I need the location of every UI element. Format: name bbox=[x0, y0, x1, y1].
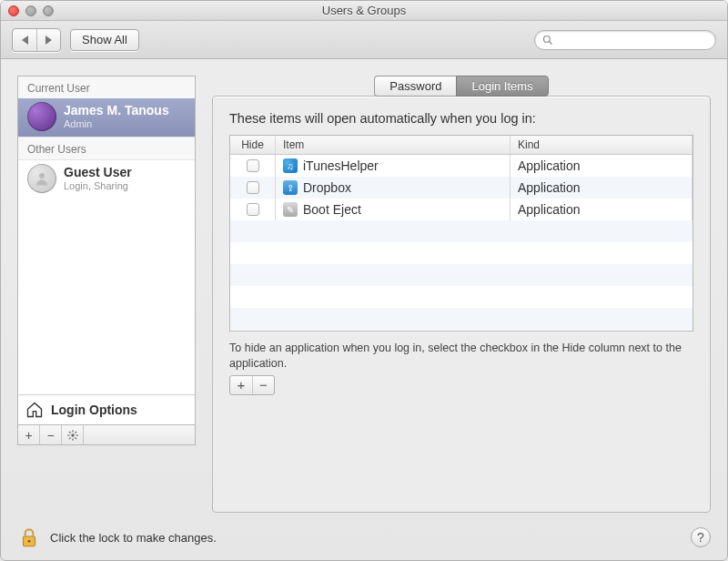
svg-line-8 bbox=[68, 431, 70, 433]
app-icon: ✎ bbox=[283, 202, 298, 217]
svg-point-3 bbox=[71, 434, 75, 437]
search-input[interactable] bbox=[557, 33, 708, 47]
login-items-table: Hide Item Kind ♫iTunesHelper Application… bbox=[229, 135, 693, 332]
panel-intro: These items will open automatically when… bbox=[229, 111, 693, 126]
person-icon bbox=[34, 170, 50, 187]
user-name: James M. Tanous bbox=[64, 103, 169, 118]
hide-checkbox[interactable] bbox=[247, 159, 259, 172]
item-name: Dropbox bbox=[303, 180, 351, 195]
users-sidebar: Current User James M. Tanous Admin Other… bbox=[17, 76, 196, 425]
action-menu-button[interactable] bbox=[62, 425, 84, 444]
chevron-left-icon bbox=[22, 36, 28, 45]
lock-icon[interactable] bbox=[17, 525, 41, 549]
item-name: iTunesHelper bbox=[303, 158, 379, 173]
sidebar-item-current-user[interactable]: James M. Tanous Admin bbox=[18, 98, 195, 137]
user-name: Guest User bbox=[64, 165, 132, 180]
svg-point-0 bbox=[544, 36, 551, 42]
help-button[interactable]: ? bbox=[691, 527, 711, 547]
remove-item-button[interactable]: − bbox=[252, 376, 274, 394]
sidebar-toolbar: + − bbox=[17, 425, 196, 445]
main-panel: Password Login Items These items will op… bbox=[212, 76, 711, 513]
preferences-window: Users & Groups Show All Current User Jam… bbox=[0, 0, 728, 561]
col-kind[interactable]: Kind bbox=[511, 136, 693, 154]
tab-password[interactable]: Password bbox=[374, 76, 456, 97]
sidebar-item-guest-user[interactable]: Guest User Login, Sharing bbox=[18, 160, 195, 199]
avatar bbox=[27, 102, 56, 131]
table-row[interactable]: ♫iTunesHelper Application bbox=[230, 155, 693, 177]
home-icon bbox=[25, 401, 44, 419]
toolbar: Show All bbox=[1, 21, 727, 59]
other-users-header: Other Users bbox=[18, 137, 195, 160]
item-kind: Application bbox=[511, 155, 693, 177]
add-user-button[interactable]: + bbox=[18, 425, 40, 444]
item-name: Boot Eject bbox=[303, 202, 361, 217]
table-row[interactable]: ✎Boot Eject Application bbox=[230, 199, 693, 220]
col-item[interactable]: Item bbox=[276, 136, 511, 154]
back-button[interactable] bbox=[13, 29, 36, 51]
login-items-panel: These items will open automatically when… bbox=[212, 96, 711, 513]
window-title: Users & Groups bbox=[1, 4, 727, 17]
titlebar: Users & Groups bbox=[1, 1, 727, 21]
tabs: Password Login Items bbox=[212, 76, 711, 97]
user-role: Admin bbox=[64, 118, 169, 130]
tab-login-items[interactable]: Login Items bbox=[456, 76, 548, 97]
svg-line-9 bbox=[75, 437, 76, 439]
table-body: ♫iTunesHelper Application ⇪Dropbox Appli… bbox=[230, 155, 693, 332]
gear-icon bbox=[66, 429, 79, 442]
hide-checkbox[interactable] bbox=[247, 203, 259, 216]
sidebar-wrap: Current User James M. Tanous Admin Other… bbox=[17, 76, 196, 513]
minimize-icon[interactable] bbox=[25, 5, 36, 16]
lock-text: Click the lock to make changes. bbox=[50, 531, 217, 545]
hide-checkbox[interactable] bbox=[247, 181, 259, 194]
content-area: Current User James M. Tanous Admin Other… bbox=[1, 59, 727, 520]
login-options-label: Login Options bbox=[51, 403, 137, 417]
login-options-button[interactable]: Login Options bbox=[18, 394, 195, 424]
app-icon: ♫ bbox=[283, 158, 298, 173]
show-all-button[interactable]: Show All bbox=[70, 29, 139, 51]
chevron-right-icon bbox=[46, 36, 52, 45]
nav-back-forward bbox=[12, 28, 61, 52]
search-icon bbox=[542, 35, 553, 46]
add-item-button[interactable]: + bbox=[230, 376, 252, 394]
app-icon: ⇪ bbox=[283, 180, 298, 195]
svg-point-2 bbox=[39, 173, 45, 178]
search-field[interactable] bbox=[534, 30, 716, 50]
hide-hint: To hide an application when you log in, … bbox=[229, 341, 693, 372]
col-hide[interactable]: Hide bbox=[230, 136, 276, 154]
add-remove-buttons: + − bbox=[229, 375, 275, 395]
table-row[interactable]: ⇪Dropbox Application bbox=[230, 177, 693, 199]
traffic-lights bbox=[8, 5, 54, 16]
remove-user-button[interactable]: − bbox=[40, 425, 62, 444]
user-role: Login, Sharing bbox=[64, 180, 132, 192]
svg-point-13 bbox=[28, 540, 31, 543]
footer: Click the lock to make changes. ? bbox=[1, 520, 727, 560]
svg-line-11 bbox=[75, 431, 76, 433]
table-header: Hide Item Kind bbox=[230, 136, 693, 155]
close-icon[interactable] bbox=[8, 5, 19, 16]
item-kind: Application bbox=[511, 177, 693, 199]
svg-line-10 bbox=[68, 437, 70, 439]
forward-button[interactable] bbox=[36, 29, 60, 51]
zoom-icon[interactable] bbox=[43, 5, 54, 16]
avatar bbox=[27, 164, 56, 193]
svg-line-1 bbox=[550, 41, 552, 44]
item-kind: Application bbox=[511, 199, 693, 220]
current-user-header: Current User bbox=[18, 76, 195, 98]
